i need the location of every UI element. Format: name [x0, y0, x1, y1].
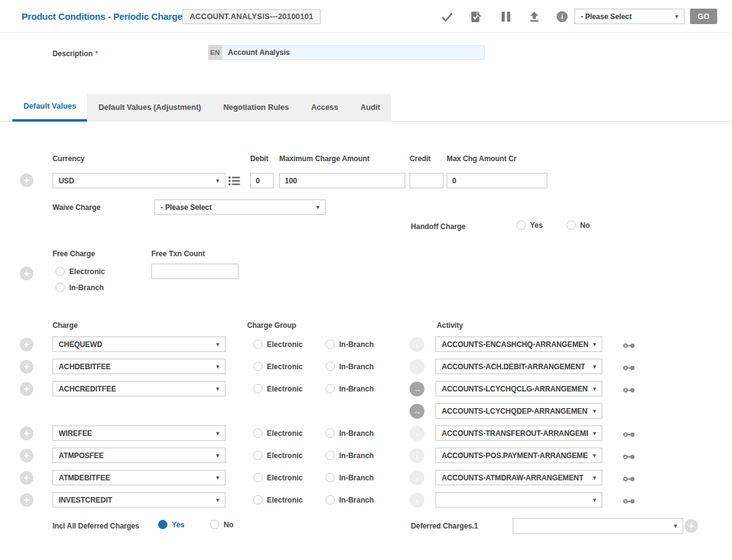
activity-select[interactable]: ACCOUNTS-POS.PAYMENT-ARRANGEMENT ▼: [435, 448, 602, 463]
required-asterisk: *: [95, 49, 98, 58]
charge-group-inbranch-radio[interactable]: In-Branch: [326, 340, 374, 349]
add-free-charge-row-icon[interactable]: +: [20, 267, 33, 280]
maximum-charge-amount-input[interactable]: [279, 173, 405, 188]
free-charge-inbranch-radio[interactable]: In-Branch: [56, 283, 104, 292]
expand-activity-chevron-icon[interactable]: ›: [410, 448, 424, 463]
incl-deferred-yes-radio[interactable]: Yes: [158, 520, 185, 529]
charge-group-electronic-radio[interactable]: Electronic: [253, 495, 303, 504]
charge-column-label: Charge: [53, 321, 78, 330]
link-icon[interactable]: [623, 496, 636, 508]
radio-circle: [326, 495, 335, 504]
tab-default-values-adjustment-[interactable]: Default Values (Adjustment): [87, 94, 212, 122]
charge-row: + ▼ Electronic In-Branch → ACCOUNTS-LCYC…: [0, 403, 732, 419]
expand-activity-chevron-icon[interactable]: ›: [410, 337, 424, 352]
commit-check-icon[interactable]: [440, 10, 454, 23]
add-charge-row-icon[interactable]: +: [20, 493, 33, 507]
hold-pause-icon[interactable]: [499, 10, 513, 23]
activity-select[interactable]: ACCOUNTS-LCYCHQCLG-ARRANGEMENT ▼: [435, 381, 602, 396]
link-icon[interactable]: [623, 474, 636, 485]
add-charge-row-icon[interactable]: +: [20, 360, 33, 374]
tab-default-values[interactable]: Default Values: [12, 94, 87, 122]
activity-select[interactable]: ACCOUNTS-TRANSFEROUT-ARRANGEMENT ▼: [435, 425, 602, 441]
expand-activity-chevron-icon[interactable]: →: [410, 382, 424, 396]
validate-document-icon[interactable]: [469, 10, 482, 23]
charge-group-electronic-radio[interactable]: Electronic: [253, 340, 303, 349]
charge-select[interactable]: WIREFEE ▼: [53, 425, 225, 441]
expand-activity-chevron-icon[interactable]: ›: [410, 359, 424, 374]
free-txn-count-input[interactable]: [151, 264, 238, 279]
handoff-yes-radio[interactable]: Yes: [516, 220, 543, 230]
link-icon[interactable]: [623, 341, 636, 352]
activity-select[interactable]: ACCOUNTS-ATMDRAW-ARRANGEMENT ▼: [435, 470, 602, 485]
add-charge-row-icon[interactable]: +: [20, 338, 33, 351]
deferred-charges-select[interactable]: ▼: [513, 518, 683, 534]
charge-group-inbranch-radio[interactable]: In-Branch: [326, 362, 374, 371]
chevron-down-icon: ▼: [674, 14, 679, 20]
page: Product Conditions - Periodic Charges AC…: [0, 0, 732, 560]
deferred-charges-1-label: Deferred Charges.1: [411, 522, 478, 530]
action-select[interactable]: - Please Select ▼: [574, 9, 684, 24]
charge-select[interactable]: ATMPOSFEE ▼: [53, 448, 225, 463]
waive-charge-select[interactable]: - Please Select ▼: [154, 199, 326, 215]
charge-group-electronic-radio[interactable]: Electronic: [253, 451, 303, 460]
charge-group-inbranch-radio[interactable]: In-Branch: [326, 428, 374, 438]
tab-negotiation-rules[interactable]: Negotiation Rules: [212, 94, 300, 122]
free-txn-count-label: Free Txn Count: [151, 249, 205, 258]
upload-icon[interactable]: [528, 10, 541, 23]
charge-row: + WIREFEE ▼ Electronic In-Branch › ACCOU…: [0, 425, 732, 441]
radio-circle: [326, 451, 335, 460]
charge-value: CHEQUEWD: [59, 340, 103, 349]
expand-activity-chevron-icon[interactable]: ›: [410, 493, 424, 508]
link-icon[interactable]: [623, 385, 636, 396]
activity-value: ACCOUNTS-ENCASHCHQ-ARRANGEMENT: [442, 340, 588, 349]
add-charge-row-icon[interactable]: +: [20, 382, 33, 396]
link-icon[interactable]: [623, 430, 636, 441]
charge-group-inbranch-radio[interactable]: In-Branch: [326, 495, 374, 504]
add-deferred-charge-icon[interactable]: +: [684, 519, 698, 533]
activity-select[interactable]: ▼: [435, 492, 602, 508]
charge-group-electronic-radio[interactable]: Electronic: [253, 473, 303, 482]
go-button[interactable]: GO: [690, 9, 717, 24]
charge-group-inbranch-radio[interactable]: In-Branch: [326, 473, 374, 482]
charge-group-electronic-radio[interactable]: Electronic: [253, 362, 303, 371]
charge-select[interactable]: ACHDEBITFEE ▼: [53, 359, 225, 374]
chevron-down-icon: ▼: [215, 386, 221, 392]
charge-select[interactable]: ACHCREDITFEE ▼: [53, 381, 225, 396]
charge-select[interactable]: CHEQUEWD ▼: [53, 336, 225, 352]
charge-group-column-label: Charge Group: [247, 321, 296, 330]
debit-input[interactable]: [250, 173, 274, 188]
add-charge-row-icon[interactable]: +: [20, 471, 33, 485]
expand-activity-chevron-icon[interactable]: →: [410, 404, 424, 419]
radio-circle-selected: [158, 520, 167, 529]
add-currency-row-icon[interactable]: +: [20, 173, 33, 187]
incl-deferred-no-radio[interactable]: No: [210, 520, 233, 529]
description-input[interactable]: Account Analysis: [222, 45, 485, 60]
charge-select[interactable]: ATMDEBITFEE ▼: [53, 470, 225, 485]
activity-select[interactable]: ACCOUNTS-LCYCHQDEP-ARRANGEMENT ▼: [435, 403, 602, 419]
activity-select[interactable]: ACCOUNTS-ACH.DEBIT-ARRANGEMENT ▼: [435, 359, 602, 374]
free-charge-electronic-radio[interactable]: Electronic: [56, 267, 105, 276]
link-icon[interactable]: [623, 363, 636, 374]
add-charge-row-icon[interactable]: +: [20, 427, 33, 440]
lookup-list-icon[interactable]: [228, 176, 240, 188]
expand-activity-chevron-icon[interactable]: ›: [410, 470, 424, 485]
charge-value: WIREFEE: [59, 429, 92, 438]
radio-circle: [326, 473, 335, 482]
info-icon[interactable]: i: [555, 10, 569, 23]
charge-group-electronic-radio[interactable]: Electronic: [253, 428, 303, 438]
activity-select[interactable]: ACCOUNTS-ENCASHCHQ-ARRANGEMENT ▼: [435, 336, 602, 352]
charge-group-inbranch-radio[interactable]: In-Branch: [326, 451, 374, 460]
handoff-no-radio[interactable]: No: [566, 220, 590, 230]
add-charge-row-icon[interactable]: +: [20, 449, 33, 462]
tab-access[interactable]: Access: [300, 94, 350, 122]
charge-group-electronic-radio[interactable]: Electronic: [253, 384, 303, 393]
tab-audit[interactable]: Audit: [350, 94, 392, 122]
credit-input[interactable]: [410, 173, 444, 188]
charge-select[interactable]: INVESTCREDIT ▼: [53, 492, 225, 508]
max-chg-amount-cr-input[interactable]: [447, 173, 547, 188]
link-icon[interactable]: [623, 452, 636, 463]
expand-activity-chevron-icon[interactable]: ›: [410, 426, 424, 441]
radio-circle: [566, 220, 576, 230]
currency-select[interactable]: USD ▼: [53, 173, 225, 188]
charge-group-inbranch-radio[interactable]: In-Branch: [326, 384, 374, 393]
